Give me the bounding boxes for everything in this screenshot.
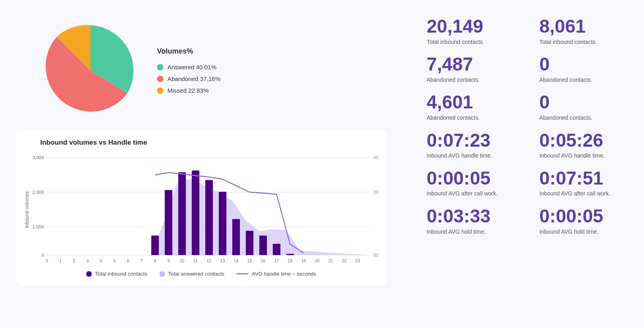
svg-text:14: 14 xyxy=(234,258,239,263)
stat-block-6: 0:07:23 Inbound AVG handle time. xyxy=(427,130,515,160)
stat-value-10: 0:03:33 xyxy=(427,206,515,226)
total-inbound-icon xyxy=(86,271,92,277)
svg-text:3,000: 3,000 xyxy=(33,155,44,160)
stat-label-8: Inbound AVG after call work. xyxy=(427,190,515,198)
chart-title: Inbound volumes vs Handle time xyxy=(24,139,378,147)
stat-label-11: Inbound AVG hold time. xyxy=(539,228,628,236)
svg-text:10: 10 xyxy=(180,258,184,263)
y-axis-left-label: Inbound volumes xyxy=(24,153,32,266)
stat-block-9: 0:07:51 Inbound AVG after call work. xyxy=(539,168,628,198)
stat-value-7: 0:05:26 xyxy=(539,130,628,151)
stat-block-5: 0 Abandoned contacts. xyxy=(539,92,628,122)
svg-text:9: 9 xyxy=(167,258,170,263)
legend-avg-handle: AVG handle time – seconds xyxy=(236,271,316,277)
svg-text:19: 19 xyxy=(301,258,306,263)
svg-text:4: 4 xyxy=(100,258,102,263)
stat-value-3: 0 xyxy=(539,54,628,75)
stat-block-8: 0:00:05 Inbound AVG after call work. xyxy=(427,168,515,198)
svg-text:0: 0 xyxy=(41,252,44,257)
avg-handle-legend-label: AVG handle time – seconds xyxy=(252,271,316,277)
svg-text:15: 15 xyxy=(247,258,252,263)
legend-total-answered: Total answered contacts xyxy=(159,271,224,277)
stat-label-10: Inbound AVG hold time. xyxy=(427,228,515,236)
stat-block-3: 0 Abandoned contacts. xyxy=(539,54,628,84)
stat-label-9: Inbound AVG after call work. xyxy=(539,190,628,198)
avg-handle-icon xyxy=(236,273,248,274)
svg-text:11: 11 xyxy=(193,258,198,263)
stat-block-2: 7,487 Abandoned contacts. xyxy=(427,54,515,84)
stat-value-6: 0:07:23 xyxy=(427,130,515,151)
stat-value-8: 0:00:05 xyxy=(427,168,515,189)
stat-label-5: Abandoned contacts. xyxy=(539,114,628,122)
stat-value-2: 7,487 xyxy=(427,54,515,75)
svg-rect-12 xyxy=(151,236,159,255)
abandoned-dot xyxy=(157,76,163,82)
answered-dot xyxy=(157,64,163,71)
svg-rect-18 xyxy=(232,219,240,255)
stat-block-1: 8,061 Total inbound contacts. xyxy=(539,16,628,46)
svg-text:6: 6 xyxy=(127,258,129,263)
svg-rect-14 xyxy=(178,172,186,255)
abandoned-label: Abandoned 37.16% xyxy=(167,75,221,82)
legend-item-answered: Answered 40.01% xyxy=(157,64,221,71)
stat-block-7: 0:05:26 Inbound AVG handle time. xyxy=(539,130,628,160)
legend-total-inbound: Total inbound contacts xyxy=(86,271,147,277)
legend-item-abandoned: Abandoned 37.16% xyxy=(157,75,221,82)
svg-rect-15 xyxy=(192,170,199,255)
svg-text:20: 20 xyxy=(315,258,320,263)
pie-legend-title: Volumes% xyxy=(157,47,221,56)
svg-rect-19 xyxy=(246,231,254,255)
svg-text:22: 22 xyxy=(342,258,347,263)
svg-text:12: 12 xyxy=(207,258,212,263)
svg-text:1,000: 1,000 xyxy=(33,224,44,229)
svg-text:200.0: 200.0 xyxy=(373,189,378,195)
svg-rect-17 xyxy=(219,192,227,255)
dashboard: Volumes% Answered 40.01% Abandoned 37.16… xyxy=(0,0,644,328)
svg-rect-13 xyxy=(165,190,172,255)
stat-label-2: Abandoned contacts. xyxy=(427,76,515,84)
stat-block-11: 0:00:05 Inbound AVG hold time. xyxy=(539,206,628,236)
svg-text:23: 23 xyxy=(355,258,360,263)
pie-section: Volumes% Answered 40.01% Abandoned 37.16… xyxy=(16,12,402,125)
svg-text:0: 0 xyxy=(46,258,48,263)
svg-text:2,000: 2,000 xyxy=(33,189,44,195)
svg-rect-16 xyxy=(205,180,213,255)
svg-text:3: 3 xyxy=(86,258,89,263)
missed-label: Missed 22.83% xyxy=(167,87,209,94)
stat-block-4: 4,601 Abandoned contacts. xyxy=(427,92,515,122)
chart-area: Inbound volumes 3,000 2,000 1,000 0 xyxy=(24,153,378,266)
pie-legend: Volumes% Answered 40.01% Abandoned 37.16… xyxy=(157,47,221,94)
stat-label-7: Inbound AVG handle time. xyxy=(539,152,628,160)
stat-value-1: 8,061 xyxy=(539,16,628,37)
legend-item-missed: Missed 22.83% xyxy=(157,87,221,94)
right-panel: 20,149 Total inbound contacts. 8,061 Tot… xyxy=(402,12,628,316)
svg-text:400.0: 400.0 xyxy=(373,155,378,160)
svg-text:17: 17 xyxy=(274,258,279,263)
svg-text:7: 7 xyxy=(140,258,143,263)
svg-text:18: 18 xyxy=(288,258,293,263)
svg-text:13: 13 xyxy=(220,258,225,263)
svg-rect-20 xyxy=(259,236,267,255)
stat-value-11: 0:00:05 xyxy=(539,206,628,226)
svg-text:2: 2 xyxy=(73,258,75,263)
left-panel: Volumes% Answered 40.01% Abandoned 37.16… xyxy=(16,12,402,316)
total-answered-icon xyxy=(159,271,165,277)
stat-label-3: Abandoned contacts. xyxy=(539,76,628,84)
stat-block-0: 20,149 Total inbound contacts. xyxy=(427,16,515,46)
svg-text:8: 8 xyxy=(154,258,156,263)
stat-value-4: 4,601 xyxy=(427,92,515,112)
stat-value-5: 0 xyxy=(539,92,628,112)
stat-label-6: Inbound AVG handle time. xyxy=(427,152,515,160)
answered-label: Answered 40.01% xyxy=(167,64,217,71)
stat-label-1: Total inbound contacts. xyxy=(539,38,628,46)
svg-rect-21 xyxy=(273,244,281,255)
chart-legend: Total inbound contacts Total answered co… xyxy=(24,271,378,277)
chart-svg: 3,000 2,000 1,000 0 400.0 200.0 00 xyxy=(32,153,378,266)
stat-label-4: Abandoned contacts. xyxy=(427,114,515,122)
stat-label-0: Total inbound contacts. xyxy=(427,38,515,46)
pie-chart xyxy=(40,20,141,121)
svg-text:21: 21 xyxy=(328,258,333,263)
total-answered-legend-label: Total answered contacts xyxy=(168,271,224,277)
svg-text:16: 16 xyxy=(261,258,266,263)
svg-text:00: 00 xyxy=(373,252,378,257)
